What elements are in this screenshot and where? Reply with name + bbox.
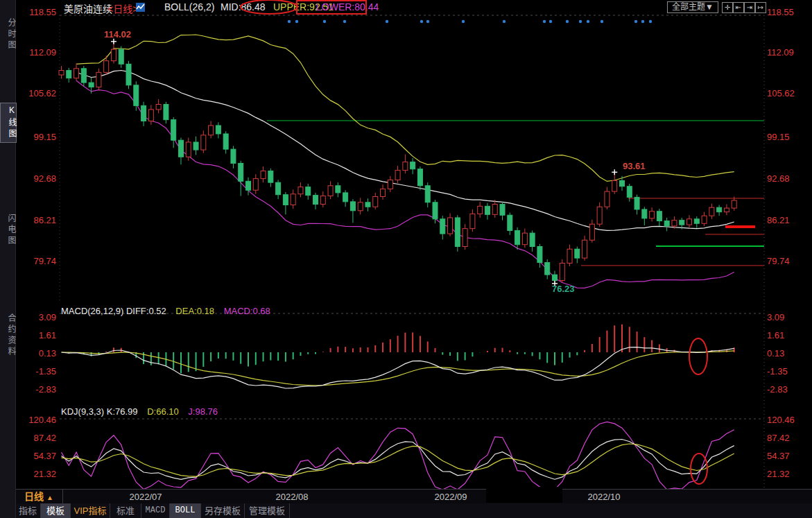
date-label: 2022/07 (130, 492, 162, 502)
tab-manage-templates[interactable]: 管理模板 (245, 503, 290, 518)
chart-canvas (0, 0, 812, 518)
axis-label: 1.61 (17, 330, 56, 340)
axis-label: 21.32 (767, 469, 790, 479)
axis-label: 79.74 (767, 256, 790, 266)
axis-label: 0.13 (767, 348, 784, 359)
macd-legend: MACD(26,12,9) DIFF:0.52 DEA:0.18 MACD:0.… (61, 306, 277, 316)
sketch-annotations (0, 0, 812, 518)
axis-label: 105.62 (17, 88, 56, 98)
date-label: 2022/09 (435, 492, 467, 502)
macd-name-diff: MACD(26,12,9) DIFF:0.52 (61, 306, 166, 316)
sidebar-item-contract-info[interactable]: 合约资料 (0, 313, 15, 358)
boll-indicator-label[interactable]: BOLL(26,2) (164, 1, 214, 12)
chart-header: 美原油连续 <日线> BOLL(26,2) MID:86.48 UPPER:92… (15, 0, 812, 15)
axis-label: 120.46 (17, 415, 56, 425)
tab-boll[interactable]: BOLL (170, 503, 201, 518)
axis-label: 120.46 (767, 415, 795, 425)
axis-label: 21.32 (17, 469, 56, 479)
tab-macd[interactable]: MACD (141, 503, 170, 518)
axis-label: 3.09 (767, 312, 784, 322)
blackout-box (486, 487, 562, 503)
period-selector-button[interactable]: 日线 ▲ (15, 490, 63, 504)
axis-label: 87.42 (767, 433, 790, 443)
date-label: 2022/10 (588, 492, 621, 502)
period-tag[interactable]: <日线> (107, 1, 138, 15)
low-price-label: 76.23 (552, 284, 575, 294)
left-sidebar: 分时图 K线图 闪电图 合约资料 (0, 0, 16, 518)
tab-templates[interactable]: 模板 (41, 503, 71, 518)
axis-label: 86.21 (17, 215, 56, 225)
date-label: 2022/08 (276, 492, 309, 502)
tab-vip-indicators[interactable]: VIP指标 (71, 503, 110, 518)
tab-indicators[interactable]: 指标 (15, 503, 41, 518)
macd-dea-value: DEA:0.18 (175, 306, 214, 316)
axis-label: 3.09 (17, 312, 56, 322)
sidebar-item-kline-chart[interactable]: K线图 (0, 103, 17, 143)
axis-label: 112.09 (17, 47, 56, 58)
axis-label: 79.74 (17, 256, 56, 266)
axis-label: 54.37 (17, 451, 56, 461)
boll-lower-value: LOWER:80.44 (316, 1, 379, 12)
date-axis: 日线 ▲ 2022/072022/082022/092022/10 (15, 489, 812, 505)
up-triangle-icon: ▲ (46, 494, 53, 501)
boll-mid-value: MID:86.48 (221, 1, 266, 12)
axis-label: 1.61 (767, 330, 784, 340)
kdj-name-k: KDJ(9,3,3) K:76.99 (61, 406, 138, 417)
axis-label: 112.09 (767, 47, 794, 58)
kdj-j-value: J:98.76 (188, 406, 218, 417)
axis-label: -1.35 (17, 366, 56, 377)
chart-application: 分时图 K线图 闪电图 合约资料 美原油连续 <日线> BOLL(26,2) M… (0, 0, 812, 518)
kdj-d-value: D:66.10 (147, 406, 179, 417)
sidebar-item-flash-chart[interactable]: 闪电图 (0, 214, 15, 247)
sidebar-item-time-chart[interactable]: 分时图 (0, 18, 15, 51)
kdj-legend: KDJ(9,3,3) K:76.99 D:66.10 J:98.76 (61, 406, 225, 417)
tab-standard[interactable]: 标准 (110, 503, 141, 518)
axis-label: 92.68 (767, 173, 790, 184)
axis-label: 105.62 (767, 88, 795, 98)
macd-macd-value: MACD:0.68 (224, 306, 270, 316)
axis-label: -2.83 (767, 384, 788, 395)
axis-label: 87.42 (17, 433, 56, 443)
axis-label: 54.37 (767, 451, 790, 461)
axis-label: 0.13 (17, 348, 56, 359)
peak-price-label: 114.02 (104, 29, 131, 40)
axis-label: 92.68 (17, 173, 56, 184)
bottom-tabbar: 指标 模板 VIP指标 标准 MACD BOLL 另存模板 管理模板 (15, 503, 812, 518)
symbol-title: 美原油连续 (64, 1, 112, 15)
swing-high-price-label: 93.61 (623, 161, 646, 171)
axis-label: 99.15 (767, 132, 790, 142)
axis-label: -2.83 (17, 384, 56, 395)
axis-label: 86.21 (767, 215, 790, 225)
axis-label: 99.15 (17, 132, 56, 142)
tab-save-template[interactable]: 另存模板 (201, 503, 245, 518)
axis-label: -1.35 (767, 366, 788, 377)
